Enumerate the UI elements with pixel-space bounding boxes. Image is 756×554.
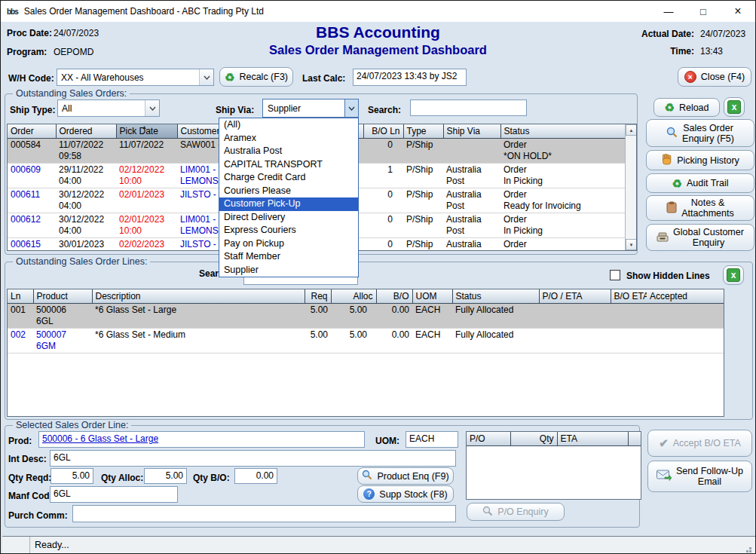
orders-search-input[interactable] — [410, 99, 527, 116]
maximize-button[interactable]: □ — [686, 1, 721, 22]
question-icon: ? — [363, 488, 375, 500]
scroll-up-icon[interactable]: ▲ — [626, 124, 637, 136]
manf-code-value[interactable]: 6GL — [50, 486, 178, 503]
col-description[interactable]: Description — [92, 289, 305, 303]
ship-via-option[interactable]: Charge Credit Card — [219, 171, 358, 185]
checkmark-icon: ✔ — [659, 436, 669, 450]
global-customer-enquiry-button[interactable]: Global CustomerEnquiry — [646, 224, 754, 251]
col-status[interactable]: Status — [500, 124, 626, 138]
notes-attachments-button[interactable]: Notes &Attachments — [646, 195, 754, 221]
close-window-button[interactable]: × — [721, 1, 755, 22]
supp-stock-button[interactable]: ? Supp Stock (F8) — [357, 485, 454, 503]
wh-code-label: W/H Code: — [8, 73, 54, 84]
qty-alloc-value[interactable]: 5.00 — [144, 468, 187, 484]
ship-via-option-highlighted[interactable]: Customer Pick-Up — [219, 197, 358, 211]
qty-reqd-value[interactable]: 5.00 — [51, 468, 93, 484]
sales-order-enquiry-button[interactable]: Sales OrderEnquiry (F5) — [646, 119, 754, 147]
excel-icon: x — [727, 268, 740, 282]
ship-via-option[interactable]: Supplier — [219, 264, 358, 277]
ship-via-option[interactable]: Express Couriers — [219, 224, 358, 237]
wh-code-select[interactable]: XX - All Warehouses — [57, 69, 214, 86]
col-alloc[interactable]: Alloc — [331, 289, 376, 303]
po-enquiry-label: P/O Enquiry — [497, 507, 548, 517]
col-pick-date[interactable]: ▲Pick Date — [116, 124, 177, 138]
actual-date-label: Actual Date: — [619, 29, 694, 39]
minimize-button[interactable]: — — [651, 1, 686, 22]
accept-bo-eta-button[interactable]: ✔ Accept B/O ETA — [647, 430, 752, 457]
hand-icon — [661, 154, 672, 167]
col-bo-eta[interactable]: B/O ETA — [611, 289, 647, 303]
col-po-qty[interactable]: Qty — [510, 432, 557, 445]
ship-via-option[interactable]: Aramex — [219, 132, 358, 145]
scroll-down-icon[interactable]: ▼ — [626, 239, 637, 250]
chevron-down-icon[interactable] — [344, 99, 358, 117]
col-bo[interactable]: B/O — [376, 289, 412, 303]
col-ln[interactable]: Ln — [8, 289, 33, 303]
col-ordered[interactable]: Ordered — [56, 124, 116, 138]
purch-comm-value[interactable] — [72, 505, 456, 522]
ship-type-value: All — [62, 103, 72, 114]
time-label: Time: — [619, 46, 694, 57]
po-table: P/O Qty ETA — [466, 431, 641, 500]
col-ship-via[interactable]: Ship Via — [443, 124, 500, 138]
send-followup-email-button[interactable]: Send Follow-UpEmail — [647, 461, 752, 492]
clipboard-icon — [666, 201, 677, 216]
col-accepted[interactable]: Accepted — [647, 289, 724, 303]
recalc-button[interactable]: ♻ Recalc (F3) — [219, 67, 293, 87]
col-order[interactable]: Order — [8, 124, 56, 138]
ship-via-label: Ship Via: — [216, 105, 254, 115]
ship-via-option[interactable]: Australia Post — [219, 145, 358, 158]
qty-bo-value[interactable]: 0.00 — [234, 468, 277, 484]
time-value: 13:43 — [700, 46, 723, 57]
ship-type-label: Ship Type: — [10, 105, 55, 115]
col-type[interactable]: Type — [403, 124, 443, 138]
orders-export-excel-button[interactable]: x — [724, 97, 745, 117]
product-enq-button[interactable]: Product Enq (F9) — [357, 467, 454, 485]
ship-via-option[interactable]: Couriers Please — [219, 185, 358, 198]
prod-link[interactable]: 500006 - 6 Glass Set - Large — [42, 433, 158, 444]
col-po-eta[interactable]: ETA — [557, 432, 628, 445]
excel-icon: x — [727, 100, 741, 114]
ship-via-option[interactable]: CAPITAL TRANSPORT — [219, 158, 358, 172]
status-segment — [2, 537, 30, 553]
col-uom[interactable]: UOM — [412, 289, 452, 303]
col-bo-ln[interactable]: B/O Ln — [363, 124, 403, 138]
recycle-icon: ♻ — [672, 178, 681, 189]
orders-search-label: Search: — [368, 105, 401, 115]
ship-type-select[interactable]: All — [57, 99, 160, 117]
reload-button[interactable]: ♻ Reload — [653, 98, 720, 117]
ship-via-option[interactable]: (All) — [219, 118, 358, 132]
reload-label: Reload — [679, 103, 709, 113]
chevron-down-icon — [145, 100, 159, 116]
col-status[interactable]: Status — [452, 289, 539, 303]
line-row[interactable]: 002 5000076GM *6 Glass Set - Medium 5.00… — [8, 328, 724, 353]
magnifier-icon — [362, 470, 372, 482]
selected-line-section-title: Selected Sales Order Line: — [13, 420, 131, 430]
ship-via-option[interactable]: Staff Member — [219, 250, 358, 264]
last-calc-label: Last Calc: — [302, 73, 345, 84]
col-product[interactable]: Product — [33, 289, 92, 303]
picking-history-label: Picking History — [677, 155, 739, 166]
show-hidden-lines-checkbox[interactable] — [610, 270, 620, 280]
ship-via-combo[interactable]: Supplier — [262, 99, 359, 118]
ship-via-dropdown: (All) Aramex Australia Post CAPITAL TRAN… — [219, 118, 359, 277]
col-po[interactable]: P/O — [467, 432, 510, 445]
int-desc-value[interactable]: 6GL — [50, 450, 456, 467]
col-po-eta[interactable]: P/O / ETA — [539, 289, 611, 303]
notes-label-2: Attachments — [681, 208, 733, 219]
audit-trail-label: Audit Trail — [687, 178, 729, 188]
po-enquiry-button[interactable]: P/O Enquiry — [467, 503, 565, 521]
close-label: Close (F4) — [701, 72, 745, 82]
lines-export-excel-button[interactable]: x — [723, 265, 744, 285]
resize-grip[interactable] — [749, 547, 751, 549]
qty-reqd-label: Qty Reqd: — [8, 473, 51, 483]
ship-via-option[interactable]: Direct Delivery — [219, 211, 358, 225]
close-button[interactable]: × Close (F4) — [678, 67, 751, 87]
line-row[interactable]: 001 5000066GL *6 Glass Set - Large 5.00 … — [8, 303, 724, 328]
audit-trail-button[interactable]: ♻ Audit Trail — [646, 173, 754, 193]
col-req[interactable]: Req — [305, 289, 331, 303]
picking-history-button[interactable]: Picking History — [646, 150, 754, 170]
orders-scrollbar[interactable]: ▲ ▼ — [625, 124, 636, 250]
ship-via-option[interactable]: Pay on Pickup — [219, 237, 358, 251]
global-enquiry-label-2: Enquiry — [693, 237, 724, 248]
